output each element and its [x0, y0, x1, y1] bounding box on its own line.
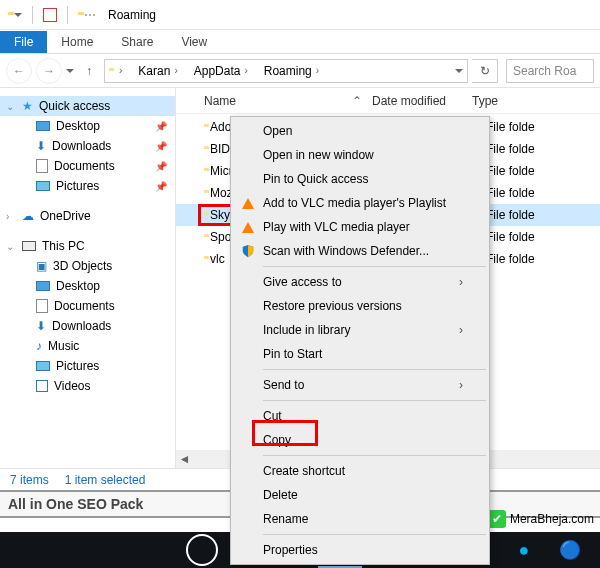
ctx-cut[interactable]: Cut — [233, 404, 487, 428]
desktop-icon — [36, 281, 50, 291]
ctx-pin-start[interactable]: Pin to Start — [233, 342, 487, 366]
ctx-open-new-window[interactable]: Open in new window — [233, 143, 487, 167]
status-selected: 1 item selected — [65, 473, 146, 487]
nav-documents-pc[interactable]: Documents — [0, 296, 175, 316]
pictures-icon — [36, 361, 50, 371]
history-dropdown-icon[interactable] — [66, 69, 74, 73]
tab-view[interactable]: View — [167, 31, 221, 53]
taskbar-cortana[interactable] — [180, 532, 224, 568]
downloads-icon: ⬇ — [36, 139, 46, 153]
window-title: Roaming — [104, 8, 156, 22]
ctx-properties[interactable]: Properties — [233, 538, 487, 562]
vlc-icon — [239, 222, 257, 233]
shield-icon — [239, 244, 257, 258]
watermark-text: MeraBheja.com — [510, 512, 594, 526]
ctx-send-to[interactable]: Send to› — [233, 373, 487, 397]
separator — [32, 6, 33, 24]
separator — [67, 6, 68, 24]
expand-icon[interactable]: ⌄ — [6, 241, 14, 252]
col-type[interactable]: Type — [472, 94, 600, 108]
nav-pictures[interactable]: Pictures 📌 — [0, 176, 175, 196]
sort-indicator-icon: ⌃ — [342, 94, 372, 108]
nav-label: Documents — [54, 299, 115, 313]
search-input[interactable]: Search Roa — [506, 59, 594, 83]
nav-label: Documents — [54, 159, 115, 173]
file-type: File folde — [486, 230, 600, 244]
ctx-rename[interactable]: Rename — [233, 507, 487, 531]
ctx-give-access[interactable]: Give access to› — [233, 270, 487, 294]
nav-downloads[interactable]: ⬇ Downloads 📌 — [0, 136, 175, 156]
tab-share[interactable]: Share — [107, 31, 167, 53]
ctx-defender-scan[interactable]: Scan with Windows Defender... — [233, 239, 487, 263]
ctx-include-library[interactable]: Include in library› — [233, 318, 487, 342]
documents-icon — [36, 159, 48, 173]
nav-label: Videos — [54, 379, 90, 393]
nav-music[interactable]: ♪ Music — [0, 336, 175, 356]
menu-separator — [263, 369, 486, 370]
properties-icon[interactable] — [43, 8, 57, 22]
nav-pictures-pc[interactable]: Pictures — [0, 356, 175, 376]
nav-up-button[interactable]: ↑ — [78, 60, 100, 82]
taskbar-skype[interactable]: ● — [502, 532, 546, 568]
col-name[interactable]: Name — [204, 94, 342, 108]
scroll-left-button[interactable]: ◄ — [176, 452, 193, 466]
nav-desktop-pc[interactable]: Desktop — [0, 276, 175, 296]
taskbar-chrome[interactable]: 🔵 — [548, 532, 592, 568]
ctx-restore-versions[interactable]: Restore previous versions — [233, 294, 487, 318]
quick-access-icon: ★ — [22, 99, 33, 113]
breadcrumb[interactable]: Karan› — [132, 62, 183, 80]
file-type: File folde — [486, 120, 600, 134]
qat-dropdown-icon[interactable] — [14, 13, 22, 17]
menu-separator — [263, 266, 486, 267]
breadcrumb[interactable]: Roaming› — [258, 62, 325, 80]
nav-label: Downloads — [52, 319, 111, 333]
ctx-create-shortcut[interactable]: Create shortcut — [233, 459, 487, 483]
nav-3d-objects[interactable]: ▣ 3D Objects — [0, 256, 175, 276]
tab-home[interactable]: Home — [47, 31, 107, 53]
menu-separator — [263, 455, 486, 456]
nav-documents[interactable]: Documents 📌 — [0, 156, 175, 176]
breadcrumb: › — [113, 63, 128, 78]
nav-label: Quick access — [39, 99, 110, 113]
ctx-delete[interactable]: Delete — [233, 483, 487, 507]
overflow-icon[interactable]: ⋯ — [84, 8, 96, 22]
pin-icon: 📌 — [155, 161, 167, 172]
col-date[interactable]: Date modified — [372, 94, 472, 108]
submenu-arrow-icon: › — [459, 378, 463, 392]
nav-videos[interactable]: Videos — [0, 376, 175, 396]
expand-icon[interactable]: ⌄ — [6, 101, 14, 112]
submenu-arrow-icon: › — [459, 323, 463, 337]
nav-downloads-pc[interactable]: ⬇ Downloads — [0, 316, 175, 336]
file-type: File folde — [486, 252, 600, 266]
refresh-button[interactable]: ↻ — [472, 59, 498, 83]
videos-icon — [36, 380, 48, 392]
nav-this-pc[interactable]: ⌄ This PC — [0, 236, 175, 256]
ctx-open[interactable]: Open — [233, 119, 487, 143]
nav-pane: ⌄ ★ Quick access Desktop 📌 ⬇ Downloads 📌… — [0, 88, 176, 468]
expand-icon[interactable]: › — [6, 211, 9, 222]
nav-onedrive[interactable]: › ☁ OneDrive — [0, 206, 175, 226]
ctx-vlc-play[interactable]: Play with VLC media player — [233, 215, 487, 239]
chrome-icon: 🔵 — [559, 539, 581, 561]
nav-label: Desktop — [56, 119, 100, 133]
ctx-copy[interactable]: Copy — [233, 428, 487, 452]
nav-quick-access[interactable]: ⌄ ★ Quick access — [0, 96, 175, 116]
ctx-vlc-add[interactable]: Add to VLC media player's Playlist — [233, 191, 487, 215]
nav-back-button[interactable]: ← — [6, 58, 32, 84]
breadcrumb[interactable]: AppData› — [188, 62, 254, 80]
check-icon: ✔ — [488, 510, 506, 528]
address-box[interactable]: › Karan› AppData› Roaming› — [104, 59, 468, 83]
nav-label: 3D Objects — [53, 259, 112, 273]
cortana-icon — [186, 534, 218, 566]
pin-icon: 📌 — [155, 141, 167, 152]
nav-label: Music — [48, 339, 79, 353]
tab-file[interactable]: File — [0, 31, 47, 53]
ctx-pin-quick-access[interactable]: Pin to Quick access — [233, 167, 487, 191]
column-headers[interactable]: Name ⌃ Date modified Type — [176, 88, 600, 114]
addr-dropdown-icon[interactable] — [455, 69, 463, 73]
status-items: 7 items — [10, 473, 49, 487]
title-bar: ⋯ Roaming — [0, 0, 600, 30]
nav-label: Desktop — [56, 279, 100, 293]
nav-desktop[interactable]: Desktop 📌 — [0, 116, 175, 136]
music-icon: ♪ — [36, 339, 42, 353]
